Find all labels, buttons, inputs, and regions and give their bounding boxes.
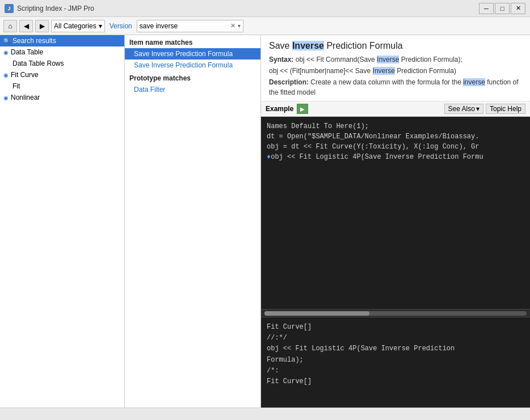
search-dropdown-icon[interactable]: ▾ <box>237 23 242 29</box>
code-line-2: obj = dt << Fit Curve(Y(:Toxicity), X(:l… <box>267 142 524 152</box>
title-pre: Save <box>269 41 292 50</box>
title-bar: J Scripting Index - JMP Pro ─ □ ✕ <box>0 0 530 17</box>
h-scrollbar-track[interactable] <box>264 311 527 316</box>
middle-item-proto1[interactable]: Data Filter <box>125 84 260 95</box>
toolbar: ⌂ ◀ ▶ All Categories ▾ Version ✕ ▾ <box>0 17 530 35</box>
category-arrow-icon: ▾ <box>99 22 102 30</box>
search-box: ✕ ▾ <box>137 20 243 32</box>
page-title: Save Inverse Prediction Formula <box>269 41 522 51</box>
middle-item-item2[interactable]: Save Inverse Prediction Formula <box>125 60 260 71</box>
code-line-1: dt = Open("$SAMPLE_DATA/Nonlinear Exampl… <box>267 131 524 142</box>
bottom-code-line-0: Fit Curve[] <box>267 322 524 333</box>
horizontal-scrollbar[interactable] <box>261 309 530 317</box>
bottom-code-line-1: //:*/ <box>267 333 524 343</box>
sidebar-icon-nonlinear: ◉ <box>3 95 9 101</box>
desc-hl: inverse <box>463 78 485 86</box>
sidebar-icon-data-table: ◉ <box>3 49 9 56</box>
code-area[interactable]: Names Default To Here(1);dt = Open("$SAM… <box>261 117 530 309</box>
search-input[interactable] <box>138 22 229 30</box>
see-also-arrow-icon: ▾ <box>476 105 479 113</box>
main-content: 🔍Search results◉Data TableData Table Row… <box>0 35 530 408</box>
code-line-3: ♦obj << Fit Logistic 4P(Save Inverse Pre… <box>267 152 524 162</box>
bottom-code-line-6: Fit Curve[] <box>267 376 524 387</box>
syntax-label-line: Syntax: obj << Fit Command(Save Inverse … <box>269 54 522 65</box>
bottom-code-line-4: /*: <box>267 366 524 376</box>
sidebar-item-data-table-rows[interactable]: Data Table Rows <box>0 58 124 69</box>
window-controls: ─ □ ✕ <box>479 3 525 14</box>
syntax-hl1: Inverse <box>377 56 399 63</box>
desc-pre: Create a new data column with the formul… <box>310 78 463 86</box>
see-also-label: See Also <box>448 105 475 113</box>
example-label: Example <box>266 105 293 113</box>
right-panel: Save Inverse Prediction Formula Syntax: … <box>261 35 530 408</box>
run-example-button[interactable]: ▶ <box>297 104 308 114</box>
sidebar-item-data-table[interactable]: ◉Data Table <box>0 46 124 58</box>
example-bar-left: Example ▶ <box>266 104 308 114</box>
forward-button[interactable]: ▶ <box>35 20 49 32</box>
category-dropdown[interactable]: All Categories ▾ <box>51 20 105 32</box>
search-clear-icon[interactable]: ✕ <box>229 22 237 29</box>
middle-panel: Item name matchesSave Inverse Prediction… <box>125 35 261 408</box>
example-bar: Example ▶ See Also ▾ Topic Help <box>261 101 530 117</box>
category-label: All Categories <box>54 22 96 30</box>
sidebar-item-nonlinear[interactable]: ◉Nonlinear <box>0 92 124 103</box>
maximize-button[interactable]: □ <box>495 3 510 14</box>
syntax-line2-pre: obj << (Fit[number|name]<< Save <box>269 67 373 75</box>
code-line-0: Names Default To Here(1); <box>267 121 524 131</box>
sidebar-label-fit: Fit <box>12 82 20 90</box>
sidebar-label-nonlinear: Nonlinear <box>11 94 40 101</box>
sidebar-item-search-results[interactable]: 🔍Search results <box>0 35 124 46</box>
title-highlight: Inverse <box>292 41 324 50</box>
topic-help-label: Topic Help <box>490 105 521 113</box>
sidebar-icon-fit-curve: ◉ <box>3 72 9 78</box>
syntax-line2: obj << (Fit[number|name]<< Save Inverse … <box>269 66 522 76</box>
home-button[interactable]: ⌂ <box>3 20 17 32</box>
window-title: Scripting Index - JMP Pro <box>17 5 94 12</box>
section-header-prototype: Prototype matches <box>125 71 260 84</box>
code-arrow-icon: ♦ <box>267 153 271 161</box>
back-button[interactable]: ◀ <box>19 20 33 32</box>
title-post: Prediction Formula <box>324 41 403 50</box>
sidebar-icon-search-results: 🔍 <box>3 38 10 44</box>
version-link[interactable]: Version <box>107 22 134 30</box>
topic-help-button[interactable]: Topic Help <box>486 104 525 114</box>
example-bar-right: See Also ▾ Topic Help <box>444 104 525 114</box>
status-bar <box>0 408 530 420</box>
description-line: Description: Create a new data column wi… <box>269 77 522 97</box>
see-also-button[interactable]: See Also ▾ <box>444 104 483 114</box>
bottom-code-area[interactable]: Fit Curve[]//:*/obj << Fit Logistic 4P(S… <box>261 317 530 408</box>
desc-keyword: Description: <box>269 78 309 86</box>
h-scrollbar-thumb[interactable] <box>264 311 369 316</box>
sidebar-item-fit-curve[interactable]: ◉Fit Curve <box>0 69 124 80</box>
sidebar-label-data-table-rows: Data Table Rows <box>12 60 64 67</box>
syntax-line1-pre: obj << Fit Command(Save <box>296 56 377 63</box>
sidebar-label-fit-curve: Fit Curve <box>11 71 39 79</box>
sidebar-label-data-table: Data Table <box>11 48 43 56</box>
syntax-hl2: Inverse <box>373 67 395 75</box>
section-header-item-name: Item name matches <box>125 35 260 48</box>
close-button[interactable]: ✕ <box>511 3 525 14</box>
right-header: Save Inverse Prediction Formula Syntax: … <box>261 35 530 101</box>
title-bar-left: J Scripting Index - JMP Pro <box>5 4 94 13</box>
syntax-keyword: Syntax: <box>269 56 293 63</box>
bottom-code-line-3: Formula); <box>267 355 524 366</box>
left-panel: 🔍Search results◉Data TableData Table Row… <box>0 35 125 408</box>
minimize-button[interactable]: ─ <box>479 3 494 14</box>
syntax-line2-post: Prediction Formula) <box>395 67 456 75</box>
app-icon: J <box>5 4 14 13</box>
syntax-line1-post: Prediction Formula); <box>399 56 462 63</box>
bottom-code-line-2: obj << Fit Logistic 4P(Save Inverse Pred… <box>267 343 524 354</box>
sidebar-label-search-results: Search results <box>12 37 56 45</box>
middle-item-item1[interactable]: Save Inverse Prediction Formula <box>125 48 260 60</box>
sidebar-item-fit[interactable]: Fit <box>0 80 124 92</box>
